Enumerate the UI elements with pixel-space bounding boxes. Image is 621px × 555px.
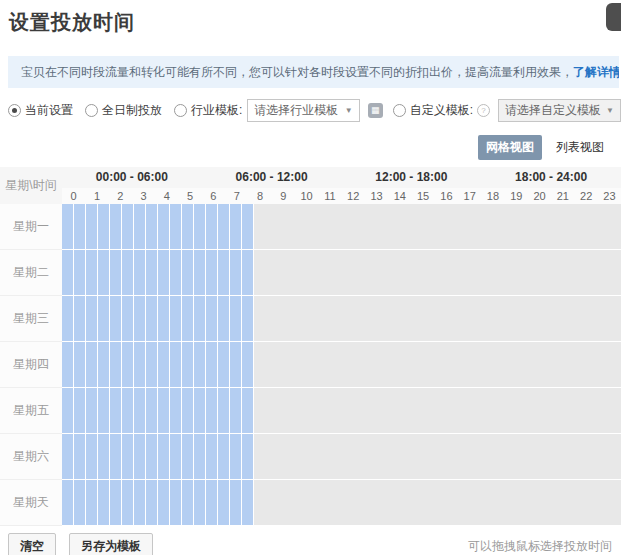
- schedule-cell[interactable]: [529, 296, 552, 342]
- schedule-cell[interactable]: [529, 434, 552, 480]
- schedule-cell[interactable]: [62, 204, 86, 250]
- schedule-cell[interactable]: [483, 342, 506, 388]
- schedule-cell[interactable]: [300, 204, 323, 250]
- schedule-cell[interactable]: [110, 480, 134, 526]
- schedule-cell[interactable]: [552, 388, 575, 434]
- schedule-cell[interactable]: [437, 434, 460, 480]
- schedule-cell[interactable]: [277, 480, 300, 526]
- schedule-cell[interactable]: [158, 434, 182, 480]
- schedule-cell[interactable]: [575, 434, 598, 480]
- schedule-cell[interactable]: [182, 388, 206, 434]
- schedule-cell[interactable]: [300, 250, 323, 296]
- schedule-cell[interactable]: [414, 480, 437, 526]
- schedule-cell[interactable]: [506, 434, 529, 480]
- schedule-cell[interactable]: [391, 480, 414, 526]
- schedule-cell[interactable]: [391, 388, 414, 434]
- schedule-cell[interactable]: [110, 434, 134, 480]
- schedule-cell[interactable]: [414, 388, 437, 434]
- schedule-cell[interactable]: [134, 388, 158, 434]
- schedule-cell[interactable]: [230, 388, 254, 434]
- schedule-cell[interactable]: [300, 388, 323, 434]
- top-right-partial-button[interactable]: [606, 3, 621, 31]
- schedule-cell[interactable]: [552, 342, 575, 388]
- schedule-cell[interactable]: [322, 434, 345, 480]
- schedule-cell[interactable]: [552, 204, 575, 250]
- schedule-cell[interactable]: [529, 342, 552, 388]
- schedule-cell[interactable]: [483, 434, 506, 480]
- schedule-cell[interactable]: [345, 296, 368, 342]
- schedule-cell[interactable]: [529, 388, 552, 434]
- schedule-cell[interactable]: [345, 480, 368, 526]
- schedule-cell[interactable]: [230, 480, 254, 526]
- schedule-cell[interactable]: [598, 434, 621, 480]
- schedule-cell[interactable]: [62, 388, 86, 434]
- schedule-cell[interactable]: [206, 342, 230, 388]
- grid-view-button[interactable]: 网格视图: [478, 135, 542, 160]
- schedule-cell[interactable]: [529, 480, 552, 526]
- schedule-cell[interactable]: [552, 480, 575, 526]
- schedule-cell[interactable]: [182, 480, 206, 526]
- schedule-cell[interactable]: [230, 296, 254, 342]
- schedule-cell[interactable]: [391, 342, 414, 388]
- radio-current-setting[interactable]: 当前设置: [8, 102, 73, 119]
- radio-industry-template[interactable]: 行业模板:: [174, 102, 242, 119]
- schedule-cell[interactable]: [345, 434, 368, 480]
- schedule-cell[interactable]: [277, 204, 300, 250]
- radio-full-day[interactable]: 全日制投放: [85, 102, 162, 119]
- schedule-cell[interactable]: [277, 296, 300, 342]
- schedule-cell[interactable]: [86, 296, 110, 342]
- schedule-cell[interactable]: [437, 204, 460, 250]
- schedule-cell[interactable]: [110, 342, 134, 388]
- schedule-cell[interactable]: [322, 204, 345, 250]
- schedule-cell[interactable]: [414, 296, 437, 342]
- schedule-cell[interactable]: [506, 342, 529, 388]
- schedule-cell[interactable]: [483, 388, 506, 434]
- schedule-cell[interactable]: [134, 296, 158, 342]
- schedule-cell[interactable]: [230, 204, 254, 250]
- schedule-cell[interactable]: [529, 204, 552, 250]
- schedule-cell[interactable]: [158, 250, 182, 296]
- schedule-cell[interactable]: [552, 250, 575, 296]
- schedule-cell[interactable]: [277, 250, 300, 296]
- schedule-cell[interactable]: [460, 388, 483, 434]
- schedule-cell[interactable]: [110, 204, 134, 250]
- schedule-cell[interactable]: [598, 204, 621, 250]
- schedule-cell[interactable]: [414, 204, 437, 250]
- schedule-cell[interactable]: [300, 296, 323, 342]
- schedule-cell[interactable]: [391, 204, 414, 250]
- schedule-cell[interactable]: [483, 480, 506, 526]
- schedule-cell[interactable]: [506, 296, 529, 342]
- schedule-cell[interactable]: [158, 296, 182, 342]
- schedule-cell[interactable]: [552, 434, 575, 480]
- schedule-cell[interactable]: [414, 250, 437, 296]
- schedule-cell[interactable]: [158, 480, 182, 526]
- schedule-cell[interactable]: [598, 250, 621, 296]
- schedule-cell[interactable]: [483, 296, 506, 342]
- schedule-cell[interactable]: [230, 342, 254, 388]
- schedule-cell[interactable]: [368, 342, 391, 388]
- schedule-cell[interactable]: [182, 296, 206, 342]
- schedule-cell[interactable]: [254, 250, 277, 296]
- schedule-cell[interactable]: [230, 250, 254, 296]
- schedule-cell[interactable]: [322, 296, 345, 342]
- schedule-cell[interactable]: [300, 342, 323, 388]
- schedule-cell[interactable]: [368, 296, 391, 342]
- schedule-cell[interactable]: [277, 342, 300, 388]
- schedule-cell[interactable]: [206, 296, 230, 342]
- schedule-cell[interactable]: [322, 342, 345, 388]
- schedule-cell[interactable]: [575, 296, 598, 342]
- schedule-cell[interactable]: [575, 342, 598, 388]
- schedule-cell[interactable]: [506, 204, 529, 250]
- schedule-cell[interactable]: [437, 250, 460, 296]
- schedule-cell[interactable]: [277, 388, 300, 434]
- schedule-cell[interactable]: [575, 480, 598, 526]
- schedule-cell[interactable]: [206, 204, 230, 250]
- schedule-cell[interactable]: [575, 388, 598, 434]
- schedule-cell[interactable]: [86, 342, 110, 388]
- schedule-cell[interactable]: [254, 342, 277, 388]
- schedule-cell[interactable]: [391, 250, 414, 296]
- schedule-cell[interactable]: [322, 250, 345, 296]
- schedule-cell[interactable]: [158, 388, 182, 434]
- schedule-cell[interactable]: [134, 250, 158, 296]
- schedule-cell[interactable]: [529, 250, 552, 296]
